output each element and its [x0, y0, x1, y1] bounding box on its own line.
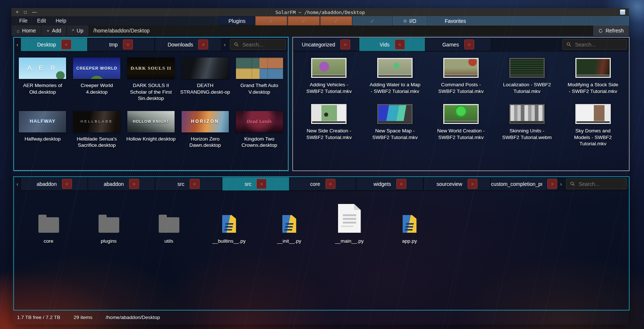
close-tab-icon[interactable]: × — [129, 179, 139, 189]
file-thumbnail — [443, 58, 479, 78]
file-item[interactable]: Adding Vehicles - SWBF2 Tutorial.mkv — [296, 57, 362, 94]
file-item[interactable]: HELLBLADEHellblade Senua's Sacrifice.des… — [70, 111, 124, 149]
scroll-tabs-right-icon[interactable]: › — [221, 38, 228, 51]
tab-Games[interactable]: Games× — [425, 38, 491, 51]
tab-custom_completion_providers[interactable]: custom_completion_providers× — [490, 177, 558, 191]
menu-help[interactable]: Help — [52, 16, 70, 25]
search-input[interactable] — [574, 41, 623, 48]
tab-label: abaddon — [104, 181, 124, 187]
file-item[interactable]: HOLLOW KNIGHTHollow Knight.desktop — [124, 111, 178, 149]
file-item[interactable]: New World Creation - SWBF2 Tutorial.mkv — [428, 103, 494, 147]
file-item[interactable]: HALFWAYHalfway.desktop — [16, 111, 70, 149]
tab-Downloads[interactable]: Downloads× — [155, 38, 221, 51]
file-grid: A E RAER Memories of Old.desktopCREEPER … — [14, 51, 288, 170]
file-item[interactable]: Dead LandsKingdom Two Crowns.desktop — [232, 111, 286, 149]
plugins-button[interactable]: Plugins — [219, 16, 255, 25]
tab-abaddon[interactable]: abaddon× — [88, 177, 155, 191]
file-item[interactable]: New Space Map - SWBF2 Tutorial.mkv — [362, 103, 428, 147]
plugin-toggle-button-3[interactable]: ✓ — [320, 16, 352, 25]
file-item[interactable]: DARK SOULS IIDARK SOULS II Scholar of th… — [124, 57, 178, 102]
tab-src[interactable]: src× — [222, 177, 289, 191]
file-thumbnail — [377, 104, 413, 124]
file-label: Adding Water to a Map - SWBF2 Tutorial.m… — [369, 82, 421, 94]
tab-label: Games — [442, 42, 459, 48]
file-item[interactable]: __main__.py — [319, 200, 379, 245]
file-label: Horizon Zero Dawn.desktop — [179, 136, 231, 149]
tab-tmp[interactable]: tmp× — [87, 38, 154, 51]
file-item[interactable]: Localization - SWBF2 Tutorial.mkv — [494, 57, 560, 94]
search-icon — [570, 181, 575, 186]
search-input[interactable] — [242, 41, 282, 48]
close-tab-icon[interactable]: × — [326, 179, 335, 189]
tab-widgets[interactable]: widgets× — [356, 177, 423, 191]
favorites-button[interactable]: Favorites — [427, 16, 629, 25]
home-button[interactable]: ⌂ Home — [11, 25, 41, 36]
file-item[interactable]: core — [18, 200, 79, 245]
plus-icon: + — [47, 28, 49, 34]
file-iconbox — [311, 103, 347, 125]
close-tab-icon[interactable]: × — [464, 39, 474, 49]
file-iconbox — [38, 200, 59, 233]
file-thumbnail — [575, 58, 611, 78]
io-button[interactable]: ⊘ I/O — [393, 16, 427, 25]
close-tab-icon[interactable]: × — [340, 39, 350, 49]
file-label: Hollow Knight.desktop — [126, 136, 176, 142]
archive-icon[interactable] — [620, 10, 625, 15]
plugin-toggle-button-2[interactable]: ✓ — [288, 16, 320, 25]
file-item[interactable]: Grand Theft Auto V.desktop — [232, 57, 286, 102]
folder-icon — [99, 217, 119, 233]
file-item[interactable]: plugins — [79, 200, 139, 245]
close-tab-icon[interactable]: × — [190, 179, 200, 189]
close-tab-icon[interactable]: × — [198, 39, 208, 49]
file-label: Hellblade Senua's Sacrifice.desktop — [71, 136, 123, 149]
tabs: Desktop×tmp×Downloads× — [21, 38, 221, 51]
file-item[interactable]: A E RAER Memories of Old.desktop — [16, 57, 70, 102]
folder-icon — [38, 217, 59, 233]
tab-core[interactable]: core× — [289, 177, 357, 191]
close-tab-icon[interactable]: × — [61, 39, 71, 49]
file-item[interactable]: New Side Creation - SWBF2 Tutorial.mkv — [296, 103, 362, 147]
pane-top-left: ‹ Desktop×tmp×Downloads× › A E RAER Memo… — [13, 37, 289, 171]
plugin-toggle-button-1[interactable]: ✓ — [255, 16, 287, 25]
plugin-toggle-button-4[interactable]: ✓ — [353, 16, 392, 25]
menu-edit[interactable]: Edit — [33, 16, 50, 25]
file-item[interactable]: utils — [139, 200, 199, 245]
close-tab-icon[interactable]: × — [256, 179, 266, 189]
search-input[interactable] — [578, 181, 623, 187]
file-item[interactable]: DEATH STRANDING.deskt-op — [178, 57, 232, 102]
scroll-tabs-left-icon[interactable]: ‹ — [14, 177, 21, 191]
tab-abaddon[interactable]: abaddon× — [21, 177, 88, 191]
close-tab-icon[interactable]: × — [123, 39, 133, 49]
file-item[interactable]: __init__.py — [259, 200, 319, 245]
tab-Desktop[interactable]: Desktop× — [21, 38, 87, 51]
close-tab-icon[interactable]: × — [468, 179, 478, 189]
file-item[interactable]: Command Posts - SWBF2 Tutorial.mkv — [428, 57, 494, 94]
file-item[interactable]: app.py — [379, 200, 440, 245]
tab-Uncategorized[interactable]: Uncategorized× — [293, 38, 359, 51]
close-tab-icon[interactable]: × — [395, 39, 405, 49]
file-item[interactable]: HORIZONHorizon Zero Dawn.desktop — [178, 111, 232, 149]
file-item[interactable]: Skinning Units - SWBF2 Tutorial.webm — [494, 103, 560, 147]
close-tab-icon[interactable]: × — [396, 179, 406, 189]
tabs: abaddon×abaddon×src×src×core×widgets×sou… — [21, 177, 558, 191]
close-tab-icon[interactable]: × — [547, 179, 557, 189]
menubar-buttons: Plugins ✓ ✓ ✓ ✓ ⊘ I/O Favorites — [219, 16, 629, 25]
file-item[interactable]: Sky Domes and Models - SWBF2 Tutorial.mk… — [560, 103, 626, 147]
close-tab-icon[interactable]: × — [62, 179, 72, 189]
file-item[interactable]: Modifying a Stock Side - SWBF2 Tutorial.… — [560, 57, 626, 94]
tab-src[interactable]: src× — [155, 177, 222, 191]
refresh-button[interactable]: Refresh — [593, 25, 629, 36]
scroll-tabs-right-icon[interactable]: › — [558, 177, 564, 191]
file-item[interactable]: CREEPER WORLDCreeper World 4.desktop — [70, 57, 124, 102]
menu-file[interactable]: File — [15, 16, 32, 25]
add-button[interactable]: + Add — [41, 25, 67, 36]
path-input[interactable] — [89, 25, 593, 36]
tab-Vids[interactable]: Vids× — [359, 38, 425, 51]
file-label: Sky Domes and Models - SWBF2 Tutorial.mk… — [567, 128, 619, 147]
file-iconbox — [159, 200, 179, 233]
scroll-tabs-left-icon[interactable]: ‹ — [14, 38, 21, 51]
file-item[interactable]: __builtins__.py — [199, 200, 259, 245]
file-item[interactable]: Adding Water to a Map - SWBF2 Tutorial.m… — [362, 57, 428, 94]
up-button[interactable]: ^ Up — [67, 25, 89, 36]
tab-sourceview[interactable]: sourceview× — [423, 177, 490, 191]
